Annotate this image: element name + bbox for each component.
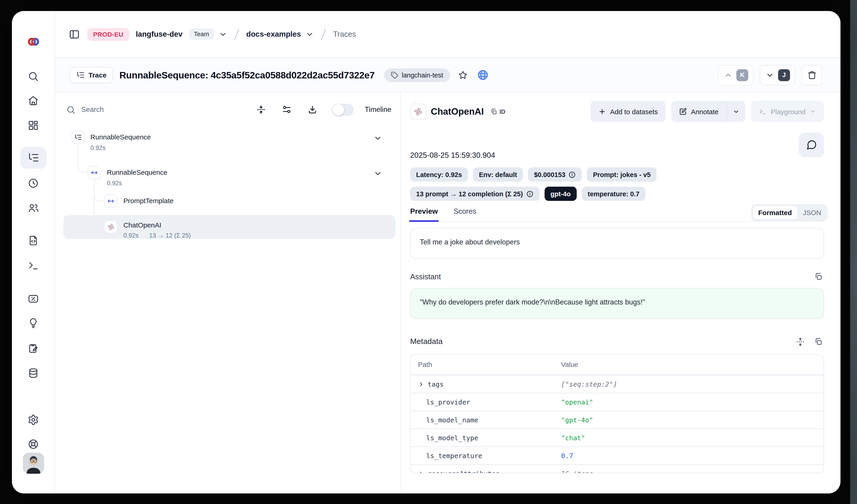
chevron-down-icon bbox=[810, 108, 816, 115]
sidebar-item-insights[interactable] bbox=[23, 313, 43, 333]
breadcrumb-project[interactable]: docs-examples bbox=[246, 30, 301, 38]
metadata-heading: Metadata bbox=[410, 337, 443, 346]
sidebar-item-users[interactable] bbox=[23, 198, 43, 218]
table-row: ls_temperature 0.7 bbox=[410, 446, 824, 464]
sidebar-item-home[interactable] bbox=[23, 90, 43, 110]
tab-preview[interactable]: Preview bbox=[410, 207, 438, 221]
collapse-node-chevron-icon[interactable] bbox=[372, 168, 383, 179]
header-actions: Add to datasets Annotate bbox=[590, 101, 824, 122]
model-badge[interactable]: gpt-4o bbox=[544, 187, 577, 201]
table-row: ls_provider "openai" bbox=[410, 393, 824, 411]
chevron-right-icon[interactable] bbox=[418, 381, 424, 387]
trace-node-icon bbox=[71, 131, 85, 144]
plus-icon bbox=[598, 107, 606, 115]
annotate-split-button: Annotate bbox=[671, 101, 745, 122]
sidebar-item-support[interactable] bbox=[23, 434, 43, 454]
copy-metadata-icon[interactable] bbox=[813, 336, 824, 347]
token-usage-badge[interactable]: 13 prompt → 12 completion (Σ 25) bbox=[410, 187, 539, 201]
sidebar-item-search[interactable] bbox=[23, 66, 43, 86]
user-avatar[interactable] bbox=[23, 453, 44, 474]
trace-tag-label: langchain-test bbox=[402, 71, 443, 79]
sidebar-item-playground[interactable] bbox=[23, 255, 43, 275]
cost-badge[interactable]: $0.000153 bbox=[528, 168, 582, 181]
annotate-dropdown-chevron-icon[interactable] bbox=[726, 101, 745, 122]
project-switcher-chevron-icon[interactable] bbox=[305, 30, 314, 38]
span-node-icon bbox=[88, 166, 101, 179]
app-window: PROD-EU langfuse-dev Team docs-examples … bbox=[12, 11, 840, 493]
copy-id-label: ID bbox=[499, 108, 505, 115]
terminal-icon bbox=[759, 107, 767, 115]
sidebar-item-settings[interactable] bbox=[23, 410, 43, 430]
org-plan-badge: Team bbox=[189, 29, 214, 40]
assistant-output-card: "Why do developers prefer dark mode?\n\n… bbox=[410, 288, 824, 319]
table-row[interactable]: resourceAttributes 16 items bbox=[410, 464, 824, 473]
tree-node-duration: 0.92s bbox=[90, 144, 105, 152]
temperature-badge: temperature: 0.7 bbox=[582, 187, 645, 201]
sidebar-item-sessions[interactable] bbox=[23, 173, 43, 193]
trace-header: Trace RunnableSequence: 4c35a5f52ca0588d… bbox=[55, 58, 840, 93]
metadata-section-header: Metadata bbox=[410, 336, 824, 347]
table-row[interactable]: tags ["seq:step:2"] bbox=[410, 375, 824, 393]
tree-connector bbox=[78, 144, 88, 172]
view-format-toggle: Formatted JSON bbox=[751, 204, 828, 221]
playground-button[interactable]: Playground bbox=[751, 101, 824, 122]
assistant-output-text: "Why do developers prefer dark mode?\n\n… bbox=[420, 298, 645, 306]
detail-tabs: Preview Scores Formatted JSON bbox=[410, 207, 824, 222]
tree-node-label[interactable]: PromptTemplate bbox=[123, 196, 173, 206]
sidebar-toggle-icon[interactable] bbox=[68, 28, 81, 40]
breadcrumb-separator bbox=[321, 29, 326, 40]
sidebar-item-traces[interactable] bbox=[20, 147, 47, 169]
delete-trace-icon[interactable] bbox=[802, 65, 822, 85]
add-to-datasets-button[interactable]: Add to datasets bbox=[590, 101, 666, 122]
org-switcher-chevron-icon[interactable] bbox=[219, 30, 227, 38]
sidebar-item-evaluation[interactable] bbox=[23, 289, 43, 309]
trace-type-label: Trace bbox=[88, 71, 106, 79]
trace-tag-badge[interactable]: langchain-test bbox=[384, 68, 450, 82]
langfuse-logo-icon bbox=[27, 35, 40, 49]
metadata-table-header: Path Value bbox=[410, 354, 824, 375]
span-node-icon bbox=[104, 194, 117, 208]
comment-bubble-icon bbox=[806, 139, 817, 151]
bookmark-star-icon[interactable] bbox=[456, 69, 469, 82]
nav-previous-button[interactable]: K bbox=[718, 65, 753, 85]
tree-node-label[interactable]: RunnableSequence bbox=[107, 168, 167, 177]
environment-badge[interactable]: PROD-EU bbox=[87, 28, 129, 40]
observation-timestamp: 2025-08-25 15:59:30.904 bbox=[410, 151, 824, 161]
info-icon bbox=[569, 171, 576, 178]
sidebar-item-annotation-queues[interactable] bbox=[23, 338, 43, 358]
observation-title: ChatOpenAI bbox=[431, 106, 484, 117]
nav-next-button[interactable]: J bbox=[760, 65, 795, 85]
breadcrumb-organization[interactable]: langfuse-dev bbox=[136, 30, 183, 38]
format-option-json[interactable]: JSON bbox=[798, 206, 826, 219]
observation-header: ChatOpenAI ID Add to datasets bbox=[410, 101, 824, 122]
breadcrumb-page[interactable]: Traces bbox=[333, 30, 356, 38]
collapse-node-chevron-icon[interactable] bbox=[372, 133, 383, 143]
annotate-button[interactable]: Annotate bbox=[671, 101, 726, 122]
prompt-badge[interactable]: Prompt: jokes - v5 bbox=[587, 168, 656, 181]
comment-button[interactable] bbox=[799, 133, 824, 157]
copy-output-icon[interactable] bbox=[813, 271, 824, 282]
sidebar-item-datasets[interactable] bbox=[23, 363, 43, 383]
format-option-formatted[interactable]: Formatted bbox=[752, 206, 798, 220]
sidebar-item-prompts[interactable] bbox=[23, 230, 43, 250]
observation-detail-panel: ChatOpenAI ID Add to datasets bbox=[401, 93, 840, 493]
sidebar-item-dashboards[interactable] bbox=[23, 115, 43, 135]
observation-tree: RunnableSequence 0.92s RunnableSequence … bbox=[55, 93, 401, 493]
info-icon bbox=[526, 190, 533, 197]
tree-node-label[interactable]: ChatOpenAI bbox=[123, 221, 161, 230]
sidebar bbox=[12, 11, 55, 493]
main-area: PROD-EU langfuse-dev Team docs-examples … bbox=[55, 11, 840, 493]
openai-icon bbox=[410, 103, 426, 120]
desktop: PROD-EU langfuse-dev Team docs-examples … bbox=[0, 0, 857, 504]
table-row: ls_model_type "chat" bbox=[410, 428, 824, 446]
public-globe-icon[interactable] bbox=[476, 68, 490, 82]
breadcrumb-separator bbox=[234, 29, 239, 40]
expand-all-icon[interactable] bbox=[795, 336, 806, 347]
copy-id-button[interactable]: ID bbox=[490, 108, 505, 115]
desktop-background bbox=[850, 0, 857, 504]
chevron-right-icon[interactable] bbox=[418, 470, 424, 473]
latency-badge: Latency: 0.92s bbox=[410, 168, 468, 181]
generation-node-openai-icon bbox=[104, 220, 117, 233]
tree-node-label[interactable]: RunnableSequence bbox=[90, 133, 151, 142]
tab-scores[interactable]: Scores bbox=[454, 207, 476, 221]
